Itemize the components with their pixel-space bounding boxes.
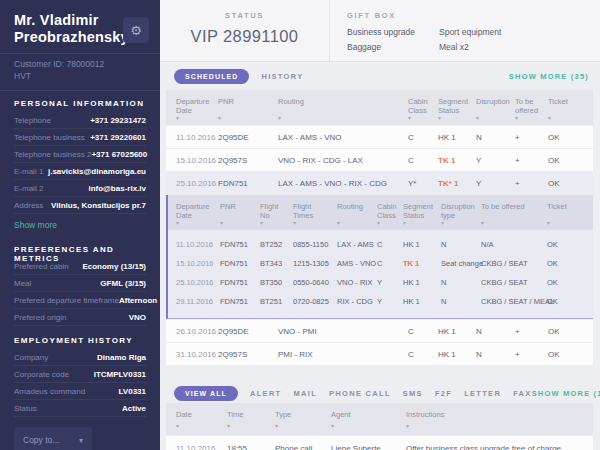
tab-phone-call[interactable]: PHONE CALL (329, 389, 391, 398)
column-header[interactable]: Ticket▾ (548, 97, 587, 121)
tab-sms[interactable]: SMS (403, 389, 423, 398)
column-header[interactable]: Flight No▾ (260, 202, 293, 226)
filter-caret-icon[interactable]: ▾ (515, 115, 548, 121)
app: Mr. Vladimir Preobrazhensky ⚙ Customer I… (0, 0, 600, 450)
segments-table-header: Departure Date▾PNR▾Flight No▾Flight Time… (168, 195, 593, 230)
copy-to-dropdown[interactable]: Copy to... ▾ (14, 427, 92, 450)
personal-information-rows: Telephone+371 29231472Telephone business… (14, 112, 146, 214)
field-label: Company (14, 353, 48, 362)
tab-f2f[interactable]: F2F (435, 389, 452, 398)
column-header-label: To be offered (515, 97, 548, 115)
filter-caret-icon[interactable]: ▾ (176, 220, 220, 226)
column-header[interactable]: Departure Date▾ (176, 202, 220, 226)
column-header-label: To be offered (481, 202, 547, 220)
column-header[interactable]: PNR▾ (220, 202, 260, 226)
column-header[interactable]: Departure Date▾ (176, 97, 218, 121)
field-value: Vilnius, Konsitucijos pr.7 (51, 201, 146, 210)
column-header[interactable]: Ticket▾ (547, 202, 587, 226)
filter-caret-icon[interactable]: ▾ (548, 115, 587, 121)
column-header[interactable]: PNR▾ (218, 97, 278, 121)
column-header[interactable]: To be offered▾ (515, 97, 548, 121)
column-header[interactable]: Routing▾ (278, 97, 408, 121)
table-row[interactable]: 26.10.20162Q95DEVNO - PMICHK 1N+OK (166, 320, 593, 342)
filter-caret-icon[interactable]: ▾ (547, 220, 587, 226)
column-header[interactable]: Instructions▾ (406, 410, 587, 429)
filter-caret-icon[interactable]: ▾ (275, 423, 331, 429)
filter-caret-icon[interactable]: ▾ (408, 115, 438, 121)
field-value: Active (122, 404, 146, 413)
filter-caret-icon[interactable]: ▾ (377, 220, 403, 226)
communications-table: Date▾Time▾Type▾Agent▾Instructions▾ 11.10… (166, 403, 593, 450)
field-label: E-mail 2 (14, 184, 43, 193)
table-cell: Offer business class upgrade free of cha… (406, 444, 587, 450)
filter-caret-icon[interactable]: ▾ (331, 423, 406, 429)
filter-caret-icon[interactable]: ▾ (278, 115, 408, 121)
column-header[interactable]: To be offered▾ (481, 202, 547, 226)
show-more-flights-link[interactable]: SHOW MORE (35) (509, 72, 589, 81)
column-header[interactable]: Date▾ (176, 410, 227, 429)
column-header[interactable]: Cabin Class▾ (377, 202, 403, 226)
show-more-link[interactable]: Show more (14, 220, 57, 235)
column-header[interactable]: Segment Status▾ (403, 202, 441, 226)
table-row[interactable]: 15.10.2016FDN751BT3431215-1305AMS - VNOC… (168, 254, 593, 273)
sidebar-field-row: CompanyDinamo Riga (14, 349, 146, 366)
table-row[interactable]: 11.10.201618:55Phone callLiene SuberteOf… (166, 436, 593, 450)
column-header[interactable]: Routing▾ (337, 202, 377, 226)
tab-history[interactable]: HISTORY (261, 72, 303, 81)
settings-button[interactable]: ⚙ (123, 17, 149, 43)
table-cell: CKBG / SEAT / MEAL (481, 297, 547, 306)
table-row[interactable]: 11.10.20162Q95DELAX - AMS - VNOCHK 1N+OK (166, 126, 593, 148)
filter-caret-icon[interactable]: ▾ (337, 220, 377, 226)
column-header[interactable]: Type▾ (275, 410, 331, 429)
table-row[interactable]: 25.10.2016FDN751LAX - AMS - VNO - RIX - … (166, 172, 593, 194)
table-cell: Liene Suberte (331, 444, 406, 450)
flights-rows-bottom: 26.10.20162Q95DEVNO - PMICHK 1N+OK31.10.… (166, 320, 593, 365)
filter-caret-icon[interactable]: ▾ (176, 423, 227, 429)
filter-caret-icon[interactable]: ▾ (293, 220, 337, 226)
column-header[interactable]: Agent▾ (331, 410, 406, 429)
table-row[interactable]: 31.10.20162Q957SPMI - RIXCHK 1N+OK (166, 343, 593, 365)
filter-caret-icon[interactable]: ▾ (441, 220, 481, 226)
table-cell: 11.10.2016 (176, 444, 227, 450)
table-row[interactable]: 15.10.20162Q957SVNO - RIX - CDG - LAXCTK… (166, 149, 593, 171)
tab-alert[interactable]: ALERT (250, 389, 282, 398)
column-header[interactable]: Time▾ (227, 410, 275, 429)
filter-caret-icon[interactable]: ▾ (481, 220, 547, 226)
table-cell: C (408, 350, 438, 359)
filter-caret-icon[interactable]: ▾ (438, 115, 476, 121)
tab-view-all[interactable]: VIEW ALL (174, 386, 238, 401)
flights-table-header: Departure Date▾PNR▾Routing▾Cabin Class▾S… (166, 90, 593, 125)
column-header-label: Flight No (260, 202, 293, 220)
filter-caret-icon[interactable]: ▾ (260, 220, 293, 226)
tab-scheduled[interactable]: SCHEDULED (174, 69, 249, 84)
column-header[interactable]: Segment Status▾ (438, 97, 476, 121)
table-cell: 0855-1150 (293, 240, 337, 249)
table-cell: OK (548, 133, 587, 142)
table-cell: 25.10.2016 (176, 179, 218, 188)
table-cell: VNO - PMI (278, 327, 408, 336)
show-more-comms-link[interactable]: SHOW MORE (155) (532, 389, 600, 398)
tab-fax[interactable]: FAX (513, 389, 532, 398)
column-header[interactable]: Disruption▾ (476, 97, 515, 121)
column-header[interactable]: Cabin Class▾ (408, 97, 438, 121)
column-header[interactable]: Disruption type▾ (441, 202, 481, 226)
tab-letter[interactable]: LETTER (464, 389, 501, 398)
filter-caret-icon[interactable]: ▾ (227, 423, 275, 429)
filter-caret-icon[interactable]: ▾ (403, 220, 441, 226)
filter-caret-icon[interactable]: ▾ (176, 115, 218, 121)
tab-mail[interactable]: MAIL (293, 389, 317, 398)
table-row[interactable]: 11.10.2016FDN751BT2520855-1150LAX - AMSC… (168, 235, 593, 254)
filter-caret-icon[interactable]: ▾ (476, 115, 515, 121)
employment-rows: CompanyDinamo RigaCorporate codeITCMPLV0… (14, 349, 146, 417)
sidebar-field-row: Telephone business 2+371 67025600 (14, 146, 146, 163)
table-row[interactable]: 25.10.2016FDN751BT3500550-0640VNO - RIXY… (168, 273, 593, 292)
table-row[interactable]: 29.11.2016FDN751BT2510720-0825RIX - CDGY… (168, 292, 593, 311)
table-cell: VNO - RIX (337, 278, 377, 287)
field-value: Afternoon (119, 296, 157, 305)
sidebar-field-row: E-mail 2info@bas-rix.lv (14, 180, 146, 197)
filter-caret-icon[interactable]: ▾ (406, 423, 587, 429)
column-header[interactable]: Flight Times▾ (293, 202, 337, 226)
filter-caret-icon[interactable]: ▾ (220, 220, 260, 226)
filter-caret-icon[interactable]: ▾ (218, 115, 278, 121)
gift-item: Sport equipment (439, 27, 501, 37)
